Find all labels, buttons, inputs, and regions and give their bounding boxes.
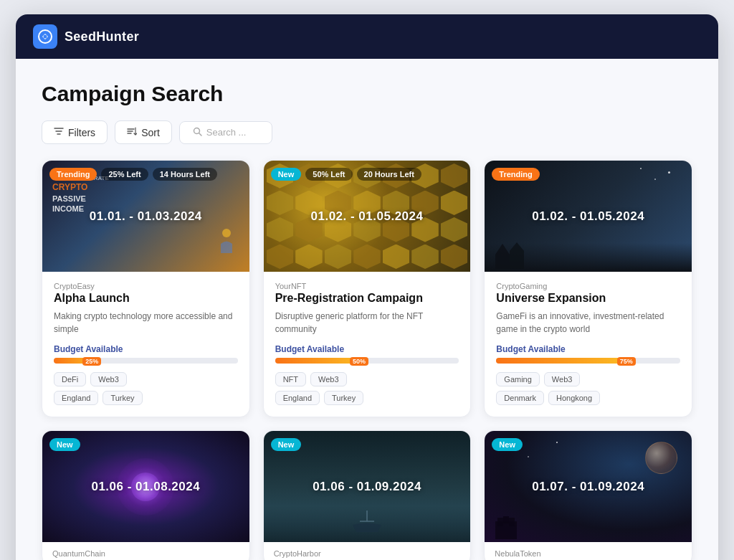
tag-web3-2: Web3 — [310, 372, 347, 386]
progress-label-2: 50% — [350, 357, 368, 366]
search-icon — [193, 127, 202, 138]
card-desc-3: GameFi is an innovative, investment-rela… — [496, 310, 680, 336]
card-company-4: QuantumChain — [52, 549, 239, 558]
card-date-6: 01.07. - 01.09.2024 — [485, 431, 692, 542]
card-title-3: Universe Expansion — [496, 292, 680, 305]
tag-turkey-2: Turkey — [324, 391, 363, 405]
card-desc-2: Disruptive generic platform for the NFT … — [275, 310, 459, 336]
budget-label-3: Budget Available — [496, 344, 680, 354]
tags-row-2: NFT Web3 — [275, 372, 459, 386]
card-company-2: YourNFT — [275, 282, 459, 290]
logo-icon — [33, 24, 57, 49]
campaign-card-1[interactable]: HOW TO GENERATE CRYPTO PASSIVE INCOME — [42, 160, 250, 417]
card-company-3: CryptoGaming — [496, 282, 680, 290]
tag-web3-3: Web3 — [544, 372, 581, 386]
search-placeholder: Search ... — [206, 127, 247, 138]
tag-turkey: Turkey — [103, 391, 142, 405]
header: SeedHunter — [16, 14, 718, 59]
campaign-card-4[interactable]: New 01.06 - 01.08.2024 QuantumChain — [42, 430, 250, 560]
card-date-1: 01.01. - 01.03.2024 — [42, 161, 249, 272]
progress-bar-bg-3: 75% — [496, 358, 680, 364]
card-date-3: 01.02. - 01.05.2024 — [485, 161, 692, 272]
card-company-5: CryptoHarbor — [274, 549, 461, 558]
tag-web3: Web3 — [90, 372, 127, 386]
logo-area: SeedHunter — [33, 24, 139, 49]
card-body-1: CryptoEasy Alpha Launch Making crypto te… — [42, 272, 249, 417]
sort-button[interactable]: Sort — [115, 120, 172, 144]
card-body-3: CryptoGaming Universe Expansion GameFi i… — [485, 272, 692, 417]
tag-hongkong: Hongkong — [548, 391, 600, 405]
search-button[interactable]: Search ... — [179, 121, 272, 144]
card-image-3: Trending 01.02. - 01.05.2024 — [485, 161, 692, 272]
progress-bar-bg-1: 25% — [54, 358, 238, 364]
progress-label-1: 25% — [82, 357, 101, 366]
tag-denmark: Denmark — [496, 391, 544, 405]
progress-bar-bg-2: 50% — [275, 358, 459, 364]
sort-label: Sort — [141, 127, 160, 138]
progress-bar-fill-2: 50% — [275, 358, 367, 364]
card-title-1: Alpha Launch — [54, 292, 238, 305]
app-window: SeedHunter Campaign Search Filters — [16, 14, 718, 560]
progress-label-3: 75% — [617, 357, 636, 366]
card-body-2: YourNFT Pre-Registration Campaign Disrup… — [264, 272, 471, 417]
svg-line-9 — [199, 133, 201, 136]
card-date-5: 01.06 - 01.09.2024 — [264, 431, 471, 542]
sort-icon — [127, 126, 137, 138]
tag-defi: DeFi — [54, 372, 86, 386]
card-title-2: Pre-Registration Campaign — [275, 292, 459, 305]
card-body-6: NebulaToken — [485, 542, 692, 560]
campaign-card-2[interactable]: New 50% Left 20 Hours Left 01.02. - 01.0… — [263, 160, 472, 417]
card-image-1: HOW TO GENERATE CRYPTO PASSIVE INCOME — [42, 161, 249, 272]
toolbar: Filters Sort — [42, 120, 692, 144]
filter-icon — [54, 126, 64, 138]
card-desc-1: Making crypto technology more accessible… — [54, 310, 238, 336]
progress-bar-fill-3: 75% — [496, 358, 634, 364]
card-date-2: 01.02. - 01.05.2024 — [264, 161, 471, 272]
main-content: Campaign Search Filters — [16, 59, 718, 560]
filters-button[interactable]: Filters — [42, 120, 108, 144]
card-image-6: New 01.07. - 01.09.2024 — [485, 431, 692, 542]
campaign-card-6[interactable]: New 01.07. - 01.09.2024 NebulaToken — [484, 430, 692, 560]
tag-england-2: England — [275, 391, 320, 405]
location-tags-3: Denmark Hongkong — [496, 391, 680, 405]
card-image-5: New 01.06 - 01.09.2024 — [264, 431, 471, 542]
location-tags-1: England Turkey — [54, 391, 238, 405]
location-tags-2: England Turkey — [275, 391, 459, 405]
card-body-5: CryptoHarbor — [264, 542, 471, 560]
campaign-card-3[interactable]: Trending 01.02. - 01.05.2024 CryptoGamin… — [484, 160, 692, 417]
tag-nft: NFT — [275, 372, 306, 386]
progress-bar-fill-1: 25% — [54, 358, 100, 364]
campaign-card-5[interactable]: New 01.06 - 01.09.2024 CryptoHarbor — [263, 430, 472, 560]
card-body-4: QuantumChain — [42, 542, 249, 560]
cards-grid: HOW TO GENERATE CRYPTO PASSIVE INCOME — [42, 160, 692, 560]
card-image-2: New 50% Left 20 Hours Left 01.02. - 01.0… — [264, 161, 471, 272]
svg-point-1 — [44, 35, 47, 39]
tag-england: England — [54, 391, 98, 405]
filters-label: Filters — [68, 127, 95, 138]
logo-text: SeedHunter — [65, 29, 139, 44]
card-company-1: CryptoEasy — [54, 282, 238, 290]
page-title: Campaign Search — [42, 82, 692, 106]
card-date-4: 01.06 - 01.08.2024 — [42, 431, 249, 542]
card-company-6: NebulaToken — [495, 549, 682, 558]
card-image-4: New 01.06 - 01.08.2024 — [42, 431, 249, 542]
tags-row-3: Gaming Web3 — [496, 372, 680, 386]
budget-label-2: Budget Available — [275, 344, 459, 354]
tags-row-1: DeFi Web3 — [54, 372, 238, 386]
budget-label-1: Budget Available — [54, 344, 238, 354]
tag-gaming: Gaming — [496, 372, 540, 386]
